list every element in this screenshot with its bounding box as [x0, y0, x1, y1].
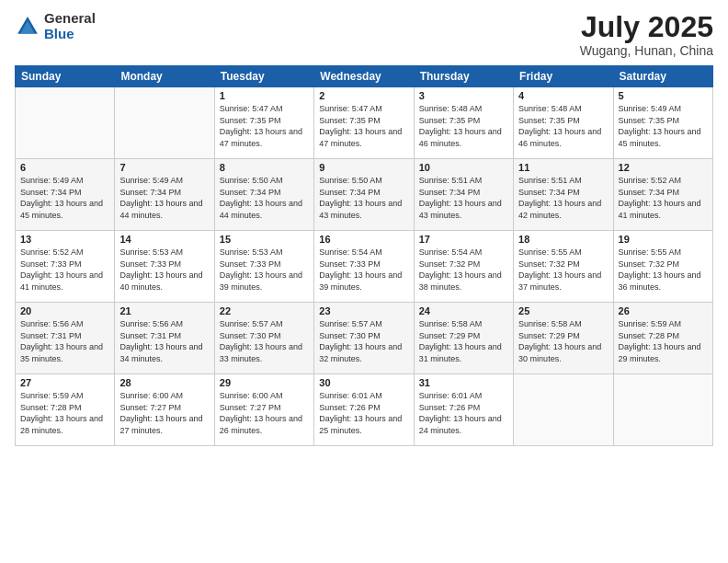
day-info: Sunrise: 5:47 AM Sunset: 7:35 PM Dayligh… [319, 103, 408, 149]
table-row: 22Sunrise: 5:57 AM Sunset: 7:30 PM Dayli… [214, 303, 313, 374]
table-row: 2Sunrise: 5:47 AM Sunset: 7:35 PM Daylig… [314, 87, 414, 159]
day-info: Sunrise: 6:00 AM Sunset: 7:27 PM Dayligh… [119, 390, 209, 436]
calendar-week-row: 20Sunrise: 5:56 AM Sunset: 7:31 PM Dayli… [16, 303, 713, 374]
calendar-table: Sunday Monday Tuesday Wednesday Thursday… [15, 65, 713, 446]
day-number: 11 [518, 162, 608, 173]
day-number: 12 [619, 162, 708, 173]
table-row: 29Sunrise: 6:00 AM Sunset: 7:27 PM Dayli… [214, 374, 313, 446]
day-info: Sunrise: 5:51 AM Sunset: 7:34 PM Dayligh… [518, 175, 608, 221]
table-row: 31Sunrise: 6:01 AM Sunset: 7:26 PM Dayli… [414, 374, 513, 446]
table-row: 20Sunrise: 5:56 AM Sunset: 7:31 PM Dayli… [16, 303, 115, 374]
table-row: 5Sunrise: 5:49 AM Sunset: 7:35 PM Daylig… [613, 87, 712, 159]
day-number: 6 [20, 162, 109, 173]
day-number: 14 [119, 234, 209, 245]
logo-text: General Blue [44, 11, 96, 41]
day-info: Sunrise: 5:52 AM Sunset: 7:34 PM Dayligh… [619, 175, 708, 221]
table-row: 12Sunrise: 5:52 AM Sunset: 7:34 PM Dayli… [613, 159, 712, 231]
table-row: 24Sunrise: 5:58 AM Sunset: 7:29 PM Dayli… [414, 303, 513, 374]
table-row [514, 374, 613, 446]
table-row: 27Sunrise: 5:59 AM Sunset: 7:28 PM Dayli… [16, 374, 115, 446]
day-number: 23 [319, 305, 408, 316]
day-number: 22 [220, 305, 309, 316]
day-info: Sunrise: 5:59 AM Sunset: 7:28 PM Dayligh… [20, 390, 109, 436]
logo: General Blue [15, 11, 96, 41]
day-number: 7 [119, 162, 209, 173]
day-number: 10 [419, 162, 508, 173]
day-number: 1 [220, 90, 309, 101]
day-number: 13 [20, 234, 109, 245]
day-info: Sunrise: 5:49 AM Sunset: 7:35 PM Dayligh… [619, 103, 708, 149]
table-row: 16Sunrise: 5:54 AM Sunset: 7:33 PM Dayli… [314, 231, 414, 303]
day-info: Sunrise: 5:56 AM Sunset: 7:31 PM Dayligh… [119, 318, 209, 364]
day-info: Sunrise: 5:50 AM Sunset: 7:34 PM Dayligh… [220, 175, 309, 221]
day-info: Sunrise: 5:57 AM Sunset: 7:30 PM Dayligh… [220, 318, 309, 364]
month-title: July 2025 [580, 11, 713, 43]
col-friday: Friday [514, 66, 613, 87]
table-row: 17Sunrise: 5:54 AM Sunset: 7:32 PM Dayli… [414, 231, 513, 303]
title-block: July 2025 Wugang, Hunan, China [580, 11, 713, 58]
day-number: 24 [419, 305, 508, 316]
day-info: Sunrise: 5:51 AM Sunset: 7:34 PM Dayligh… [419, 175, 508, 221]
day-info: Sunrise: 6:01 AM Sunset: 7:26 PM Dayligh… [319, 390, 408, 436]
day-info: Sunrise: 5:58 AM Sunset: 7:29 PM Dayligh… [518, 318, 608, 364]
day-info: Sunrise: 5:49 AM Sunset: 7:34 PM Dayligh… [20, 175, 109, 221]
table-row [16, 87, 115, 159]
table-row: 9Sunrise: 5:50 AM Sunset: 7:34 PM Daylig… [314, 159, 414, 231]
table-row: 14Sunrise: 5:53 AM Sunset: 7:33 PM Dayli… [115, 231, 214, 303]
table-row: 8Sunrise: 5:50 AM Sunset: 7:34 PM Daylig… [214, 159, 313, 231]
day-info: Sunrise: 5:58 AM Sunset: 7:29 PM Dayligh… [419, 318, 508, 364]
day-info: Sunrise: 5:59 AM Sunset: 7:28 PM Dayligh… [619, 318, 708, 364]
day-info: Sunrise: 5:47 AM Sunset: 7:35 PM Dayligh… [220, 103, 309, 149]
table-row: 13Sunrise: 5:52 AM Sunset: 7:33 PM Dayli… [16, 231, 115, 303]
page: General Blue July 2025 Wugang, Hunan, Ch… [0, 0, 728, 563]
table-row: 23Sunrise: 5:57 AM Sunset: 7:30 PM Dayli… [314, 303, 414, 374]
table-row: 30Sunrise: 6:01 AM Sunset: 7:26 PM Dayli… [314, 374, 414, 446]
col-sunday: Sunday [16, 66, 115, 87]
calendar-week-row: 1Sunrise: 5:47 AM Sunset: 7:35 PM Daylig… [16, 87, 713, 159]
day-number: 20 [20, 305, 109, 316]
table-row: 28Sunrise: 6:00 AM Sunset: 7:27 PM Dayli… [115, 374, 214, 446]
table-row: 18Sunrise: 5:55 AM Sunset: 7:32 PM Dayli… [514, 231, 613, 303]
day-number: 15 [220, 234, 309, 245]
logo-icon [15, 14, 40, 40]
table-row: 4Sunrise: 5:48 AM Sunset: 7:35 PM Daylig… [514, 87, 613, 159]
day-info: Sunrise: 5:50 AM Sunset: 7:34 PM Dayligh… [319, 175, 408, 221]
col-monday: Monday [115, 66, 214, 87]
table-row: 10Sunrise: 5:51 AM Sunset: 7:34 PM Dayli… [414, 159, 513, 231]
table-row: 25Sunrise: 5:58 AM Sunset: 7:29 PM Dayli… [514, 303, 613, 374]
day-info: Sunrise: 5:55 AM Sunset: 7:32 PM Dayligh… [518, 247, 608, 293]
day-info: Sunrise: 5:53 AM Sunset: 7:33 PM Dayligh… [220, 247, 309, 293]
day-info: Sunrise: 5:48 AM Sunset: 7:35 PM Dayligh… [419, 103, 508, 149]
day-info: Sunrise: 5:55 AM Sunset: 7:32 PM Dayligh… [619, 247, 708, 293]
table-row: 7Sunrise: 5:49 AM Sunset: 7:34 PM Daylig… [115, 159, 214, 231]
day-number: 28 [119, 377, 209, 388]
day-number: 25 [518, 305, 608, 316]
day-number: 2 [319, 90, 408, 101]
header: General Blue July 2025 Wugang, Hunan, Ch… [15, 11, 713, 58]
day-number: 27 [20, 377, 109, 388]
calendar-week-row: 6Sunrise: 5:49 AM Sunset: 7:34 PM Daylig… [16, 159, 713, 231]
col-wednesday: Wednesday [314, 66, 414, 87]
col-thursday: Thursday [414, 66, 513, 87]
day-info: Sunrise: 5:57 AM Sunset: 7:30 PM Dayligh… [319, 318, 408, 364]
day-info: Sunrise: 5:49 AM Sunset: 7:34 PM Dayligh… [119, 175, 209, 221]
day-info: Sunrise: 5:54 AM Sunset: 7:33 PM Dayligh… [319, 247, 408, 293]
day-number: 21 [119, 305, 209, 316]
table-row [115, 87, 214, 159]
location: Wugang, Hunan, China [580, 43, 713, 58]
day-info: Sunrise: 5:48 AM Sunset: 7:35 PM Dayligh… [518, 103, 608, 149]
day-number: 29 [220, 377, 309, 388]
logo-general-text: General [44, 11, 96, 27]
day-info: Sunrise: 5:52 AM Sunset: 7:33 PM Dayligh… [20, 247, 109, 293]
day-number: 9 [319, 162, 408, 173]
day-number: 30 [319, 377, 408, 388]
day-number: 4 [518, 90, 608, 101]
day-info: Sunrise: 5:56 AM Sunset: 7:31 PM Dayligh… [20, 318, 109, 364]
table-row: 1Sunrise: 5:47 AM Sunset: 7:35 PM Daylig… [214, 87, 313, 159]
table-row: 26Sunrise: 5:59 AM Sunset: 7:28 PM Dayli… [613, 303, 712, 374]
day-number: 8 [220, 162, 309, 173]
day-info: Sunrise: 5:53 AM Sunset: 7:33 PM Dayligh… [119, 247, 209, 293]
day-info: Sunrise: 6:00 AM Sunset: 7:27 PM Dayligh… [220, 390, 309, 436]
table-row: 15Sunrise: 5:53 AM Sunset: 7:33 PM Dayli… [214, 231, 313, 303]
calendar-header-row: Sunday Monday Tuesday Wednesday Thursday… [16, 66, 713, 87]
